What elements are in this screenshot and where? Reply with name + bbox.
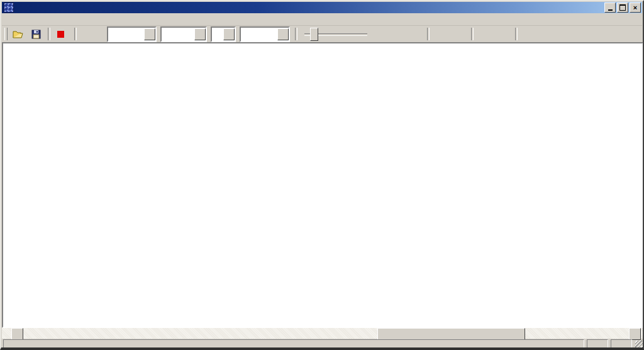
- zoom-in-button[interactable]: [389, 27, 406, 41]
- scrollbar-thumb[interactable]: [377, 328, 525, 340]
- status-memory-badge: [611, 339, 632, 349]
- toolbar-separator: [295, 28, 297, 40]
- title-bar: ×: [2, 2, 642, 13]
- goto-cursor-b-left-button[interactable]: [450, 27, 468, 41]
- status-online-badge: [587, 339, 608, 349]
- clock-combo[interactable]: [107, 26, 157, 42]
- trigger-edge-combo[interactable]: [211, 26, 236, 42]
- caption-buttons: ×: [604, 3, 641, 13]
- menu-view[interactable]: [13, 18, 25, 21]
- trigger-edge-combo-button[interactable]: [223, 28, 235, 40]
- ab-cursors-button[interactable]: [406, 27, 424, 41]
- minimize-button[interactable]: [604, 3, 616, 13]
- stop-square-icon: [57, 31, 64, 38]
- goto-trigger-button[interactable]: [521, 27, 538, 41]
- toolbar-separator: [515, 28, 518, 40]
- toolbar-separator: [74, 28, 77, 40]
- toolbar-separator: [471, 28, 474, 40]
- maximize-icon: [619, 4, 626, 11]
- open-folder-icon: [13, 30, 24, 39]
- trigger-position-combo[interactable]: [160, 26, 207, 42]
- menu-file[interactable]: [2, 18, 13, 21]
- toolbar-separator: [427, 28, 430, 40]
- save-button[interactable]: [27, 27, 45, 41]
- goto-cursor-a-right-button[interactable]: [477, 27, 494, 41]
- zoom-slider[interactable]: [304, 27, 367, 41]
- status-message: [3, 339, 584, 349]
- toolbar-separator: [48, 28, 50, 40]
- zoom-slider-thumb[interactable]: [310, 28, 318, 41]
- close-icon: ×: [633, 4, 637, 11]
- goto-cursor-b-right-button[interactable]: [494, 27, 512, 41]
- menu-help[interactable]: [36, 18, 47, 21]
- save-floppy-icon: [31, 30, 41, 39]
- resize-grip[interactable]: [635, 341, 643, 349]
- run-button[interactable]: [80, 27, 100, 41]
- probe-combo[interactable]: [240, 26, 290, 42]
- clock-combo-button[interactable]: [144, 28, 155, 40]
- trigger-position-combo-button[interactable]: [194, 28, 206, 40]
- goto-cursor-a-left-button[interactable]: [433, 27, 450, 41]
- app-window: ×: [0, 0, 644, 350]
- toolbar-grip: [4, 28, 8, 40]
- close-button[interactable]: ×: [630, 3, 641, 13]
- scrollbar-right-button[interactable]: [629, 328, 641, 340]
- open-button[interactable]: [9, 27, 27, 41]
- probe-combo-button[interactable]: [277, 28, 289, 40]
- horizontal-scrollbar[interactable]: [2, 328, 643, 339]
- menu-settings[interactable]: [25, 18, 36, 21]
- toolbar: [2, 26, 642, 42]
- app-icon[interactable]: [4, 3, 14, 13]
- scrollbar-left-button[interactable]: [11, 328, 23, 340]
- stop-button[interactable]: [53, 27, 71, 41]
- menu-bar: [2, 14, 642, 26]
- minimize-icon: [608, 9, 613, 11]
- waveform-client-area: [2, 42, 643, 328]
- status-bar: [2, 339, 643, 349]
- zoom-out-button[interactable]: [371, 27, 389, 41]
- maximize-button[interactable]: [617, 3, 628, 13]
